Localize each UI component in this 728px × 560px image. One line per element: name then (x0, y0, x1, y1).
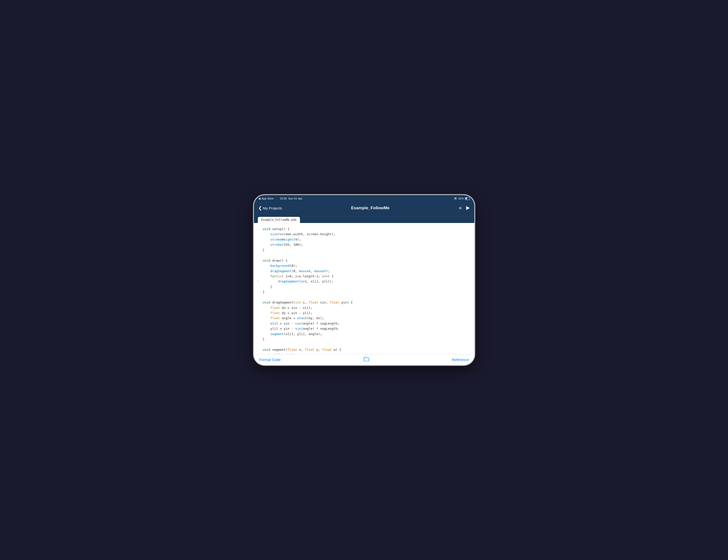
device-frame: ◀ App Store 23:36 Sun 14. Apr ⌘ 41% ❮ My… (254, 195, 474, 365)
add-button[interactable]: + (458, 205, 462, 211)
status-bar: ◀ App Store 23:36 Sun 14. Apr ⌘ 41% (254, 195, 474, 202)
back-label: My Projects (263, 206, 282, 210)
date: Sun 14. Apr (288, 197, 302, 200)
code-editor[interactable]: : void setup() { size(screen.width, scre… (254, 223, 474, 354)
time: 23:36 (280, 197, 287, 200)
back-arrow: ◀ (258, 197, 260, 200)
reference-button[interactable]: Reference (452, 357, 469, 362)
battery-icon (465, 197, 470, 200)
wifi-icon: ⌘ (454, 197, 457, 200)
status-left: ◀ App Store 23:36 Sun 14. Apr (258, 197, 302, 200)
battery-fill (465, 198, 467, 199)
run-button[interactable] (466, 206, 470, 210)
folder-icon (364, 357, 369, 361)
tab-bar: Example_FollowMe.pde (254, 214, 474, 223)
tab-file[interactable]: Example_FollowMe.pde (258, 217, 300, 223)
editor-area: : void setup() { size(screen.width, scre… (254, 223, 474, 354)
nav-title: Example_FollowMe (351, 206, 390, 211)
line-indicator: : (257, 279, 259, 283)
back-chevron-icon: ❮ (258, 205, 262, 211)
format-code-button[interactable]: Format Code (259, 357, 281, 362)
nav-actions: + (458, 205, 470, 211)
back-button[interactable]: ❮ My Projects (258, 205, 282, 211)
battery-percent: 41% (458, 197, 464, 200)
files-button[interactable] (364, 357, 369, 362)
bottom-bar: Format Code Reference (254, 354, 474, 365)
nav-bar: ❮ My Projects Example_FollowMe + (254, 202, 474, 214)
app-store-label: App Store (262, 197, 274, 200)
status-right: ⌘ 41% (454, 197, 470, 200)
code-content: void setup() { size(screen.width, screen… (263, 227, 470, 354)
